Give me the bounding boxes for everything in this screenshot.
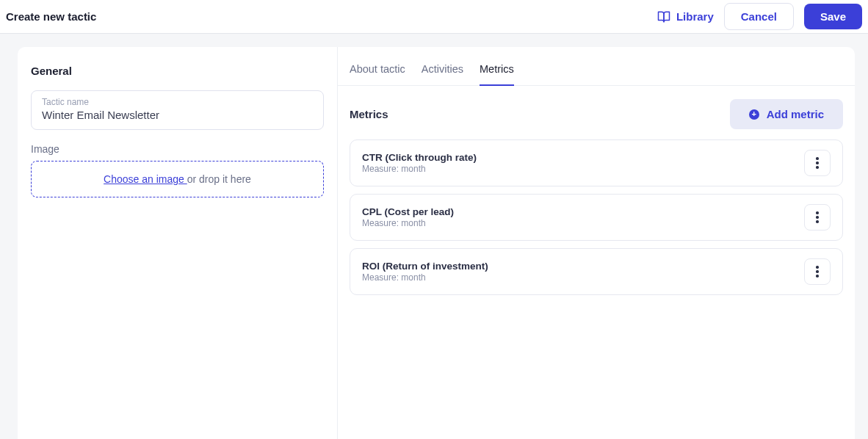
tactic-name-label: Tactic name xyxy=(42,97,313,107)
add-metric-label: Add metric xyxy=(767,108,824,120)
metric-measure: Measure: month xyxy=(362,272,488,283)
metric-info: ROI (Return of investment)Measure: month xyxy=(362,261,488,283)
choose-image-link[interactable]: Choose an image xyxy=(104,173,187,185)
page-title: Create new tactic xyxy=(6,10,96,23)
tabs: About tactic Activities Metrics xyxy=(338,47,855,86)
image-dropzone[interactable]: Choose an image or drop it here xyxy=(31,161,324,197)
metric-menu-button[interactable] xyxy=(804,204,831,231)
metrics-area: Metrics + Add metric CTR (Click through … xyxy=(338,86,855,316)
metric-info: CTR (Click through rate)Measure: month xyxy=(362,152,477,174)
header-actions: Library Cancel Save xyxy=(657,3,862,30)
save-button[interactable]: Save xyxy=(804,4,862,29)
metric-name: CPL (Cost per lead) xyxy=(362,206,454,217)
kebab-icon xyxy=(816,266,819,269)
tactic-name-input[interactable] xyxy=(42,109,313,121)
library-label: Library xyxy=(676,10,714,23)
metric-info: CPL (Cost per lead)Measure: month xyxy=(362,206,454,228)
metrics-list: CTR (Click through rate)Measure: monthCP… xyxy=(350,139,843,295)
metric-menu-button[interactable] xyxy=(804,258,831,285)
metric-menu-button[interactable] xyxy=(804,150,831,176)
library-link[interactable]: Library xyxy=(657,10,714,23)
page-header: Create new tactic Library Cancel Save xyxy=(0,0,868,34)
metric-card: ROI (Return of investment)Measure: month xyxy=(350,248,843,295)
metric-measure: Measure: month xyxy=(362,164,477,174)
tab-metrics[interactable]: Metrics xyxy=(480,63,514,85)
tab-activities[interactable]: Activities xyxy=(422,63,463,85)
metric-name: ROI (Return of investment) xyxy=(362,261,488,272)
tactic-name-field-wrap[interactable]: Tactic name xyxy=(31,90,324,130)
image-label: Image xyxy=(31,143,324,155)
tab-about-tactic[interactable]: About tactic xyxy=(350,63,405,85)
general-title: General xyxy=(31,65,324,77)
general-panel: General Tactic name Image Choose an imag… xyxy=(18,47,338,439)
metrics-header: Metrics + Add metric xyxy=(350,99,843,129)
metric-name: CTR (Click through rate) xyxy=(362,152,477,163)
kebab-icon xyxy=(816,211,819,214)
book-icon xyxy=(657,10,670,23)
kebab-icon xyxy=(816,166,819,169)
add-metric-button[interactable]: + Add metric xyxy=(730,99,843,129)
kebab-icon xyxy=(816,275,819,277)
metrics-title: Metrics xyxy=(350,108,388,120)
content: General Tactic name Image Choose an imag… xyxy=(0,34,868,439)
plus-icon: + xyxy=(749,109,759,120)
kebab-icon xyxy=(816,220,819,223)
kebab-icon xyxy=(816,157,819,160)
metric-card: CPL (Cost per lead)Measure: month xyxy=(350,194,843,241)
details-panel: About tactic Activities Metrics Metrics … xyxy=(338,47,855,439)
cancel-button[interactable]: Cancel xyxy=(724,3,794,30)
kebab-icon xyxy=(816,216,819,219)
metric-measure: Measure: month xyxy=(362,218,454,228)
kebab-icon xyxy=(816,162,819,164)
kebab-icon xyxy=(816,270,819,273)
metric-card: CTR (Click through rate)Measure: month xyxy=(350,139,843,186)
drop-text: or drop it here xyxy=(187,173,251,185)
